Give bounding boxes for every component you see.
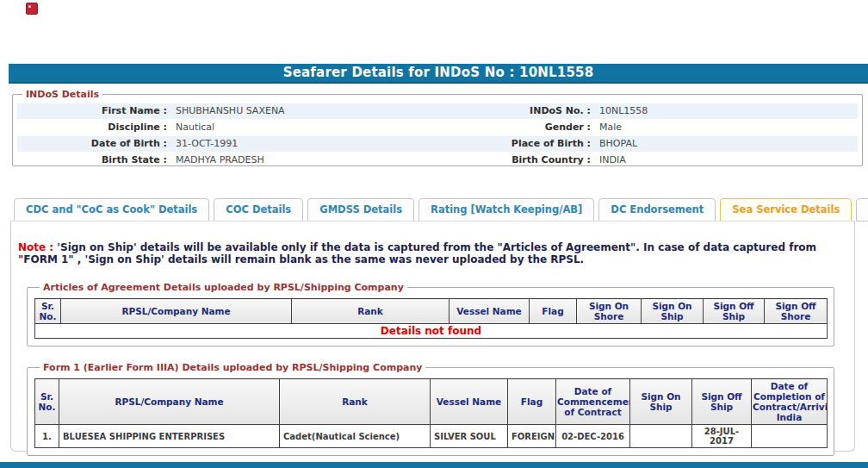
aoa-header-sign-off-shore: Sign Off Shore [765, 299, 828, 324]
form1-header-commencement: Date of Commencement of Contract [556, 379, 630, 425]
aoa-empty-message: Details not found [35, 324, 828, 339]
form1-cell-company: BLUESEA SHIPPING ENTERPRISES [59, 425, 280, 448]
note-label: Note : [18, 241, 53, 253]
page-title: Seafarer Details for INDoS No : 10NL1558 [9, 64, 868, 84]
birth-state-value: MADHYA PRADESH [170, 153, 429, 168]
birth-country-label: Birth Country : [429, 153, 594, 168]
form1-legend: Form 1 (Earlier Form IIIA) Details uploa… [40, 362, 425, 373]
note-text: Note : 'Sign on Ship' details will be av… [18, 241, 847, 265]
sea-service-panel: Note : 'Sign on Ship' details will be av… [10, 221, 855, 452]
indos-no-value: 10NL1558 [594, 103, 858, 119]
tab-rating-watch-keeping[interactable]: Rating [Watch Keeping/AB] [418, 198, 594, 222]
form1-header-row: Sr. No. RPSL/Company Name Rank Vessel Na… [35, 379, 828, 425]
indos-no-label: INDoS No. : [429, 103, 594, 119]
first-name-value: SHUBHANSHU SAXENA [170, 103, 429, 119]
dob-label: Date of Birth : [17, 136, 170, 152]
tab-sea-service-details[interactable]: Sea Service Details [720, 198, 852, 222]
aoa-header-sign-on-shore: Sign On Shore [577, 299, 642, 324]
discipline-label: Discipline : [17, 120, 170, 135]
first-name-label: First Name : [17, 103, 170, 119]
note-body: 'Sign on Ship' details will be available… [18, 241, 816, 265]
form1-cell-flag: FOREIGN [508, 425, 556, 448]
birth-state-label: Birth State : [17, 153, 170, 168]
aoa-header-row: Sr. No. RPSL/Company Name Rank Vessel Na… [35, 299, 828, 324]
aoa-header-vessel: Vessel Name [450, 299, 530, 324]
form1-cell-vessel: SILVER SOUL [431, 425, 508, 448]
form1-cell-completion-date [752, 425, 828, 448]
indos-row-name: First Name : SHUBHANSHU SAXENA INDoS No.… [17, 103, 858, 119]
aoa-header-flag: Flag [530, 299, 577, 324]
tab-cdc-coc-as-cook[interactable]: CDC and "CoC as Cook" Details [14, 198, 209, 222]
articles-of-agreement-fieldset: Articles of Agreement Details uploaded b… [27, 282, 834, 346]
form1-header-sign-on-ship: Sign On Ship [630, 379, 692, 425]
dob-value: 31-OCT-1991 [170, 136, 429, 152]
discipline-value: Nautical [170, 120, 429, 135]
indos-details-fieldset: INDoS Details First Name : SHUBHANSHU SA… [12, 89, 863, 166]
aoa-header-sr-no: Sr. No. [35, 299, 61, 324]
indos-row-birth: Date of Birth : 31-OCT-1991 Place of Bir… [17, 136, 858, 152]
form1-header-sign-off-ship: Sign Off Ship [692, 379, 752, 425]
aoa-empty-row: Details not found [35, 324, 828, 339]
tab-dc-endorsement[interactable]: DC Endorsement [598, 198, 716, 222]
aoa-header-sign-on-ship: Sign On Ship [642, 299, 704, 324]
indos-details-legend: INDoS Details [22, 89, 102, 100]
form1-cell-sign-off-ship: 28-JUL-2017 [692, 425, 752, 448]
form1-cell-commencement-date: 02-DEC-2016 [556, 425, 630, 448]
tab-gmdss-details[interactable]: GMDSS Details [307, 198, 414, 222]
form1-table: Sr. No. RPSL/Company Name Rank Vessel Na… [34, 378, 828, 448]
form1-cell-rank: Cadet(Nautical Science) [280, 425, 431, 448]
form1-fieldset: Form 1 (Earlier Form IIIA) Details uploa… [27, 362, 834, 456]
footer-bar [0, 462, 868, 468]
tab-bar: CDC and "CoC as Cook" Details COC Detail… [14, 198, 868, 222]
form1-header-flag: Flag [508, 379, 556, 425]
broken-image-icon [26, 3, 38, 15]
indos-row-state: Birth State : MADHYA PRADESH Birth Count… [17, 153, 858, 168]
place-of-birth-value: BHOPAL [594, 136, 858, 152]
place-of-birth-label: Place of Birth : [429, 136, 594, 152]
form1-cell-sr-no: 1. [35, 425, 59, 448]
birth-country-value: INDIA [594, 153, 858, 168]
form1-header-sr-no: Sr. No. [35, 379, 59, 425]
indos-row-discipline: Discipline : Nautical Gender : Male [17, 120, 858, 135]
articles-of-agreement-legend: Articles of Agreement Details uploaded b… [40, 282, 407, 293]
form1-header-company: RPSL/Company Name [59, 379, 280, 425]
gender-label: Gender : [429, 120, 594, 135]
form1-header-vessel: Vessel Name [431, 379, 508, 425]
aoa-header-sign-off-ship: Sign Off Ship [704, 299, 765, 324]
aoa-header-rank: Rank [292, 299, 450, 324]
articles-of-agreement-table: Sr. No. RPSL/Company Name Rank Vessel Na… [34, 298, 828, 339]
aoa-header-company: RPSL/Company Name [61, 299, 292, 324]
form1-cell-sign-on-ship [630, 425, 692, 448]
form1-data-row: 1. BLUESEA SHIPPING ENTERPRISES Cadet(Na… [35, 425, 828, 448]
tab-coc-details[interactable]: COC Details [214, 198, 303, 222]
form1-header-rank: Rank [280, 379, 431, 425]
gender-value: Male [594, 120, 858, 135]
form1-header-completion: Date of Completion of Contract/Arriving … [752, 379, 828, 425]
tab-training-details[interactable]: Training Details [856, 198, 868, 222]
